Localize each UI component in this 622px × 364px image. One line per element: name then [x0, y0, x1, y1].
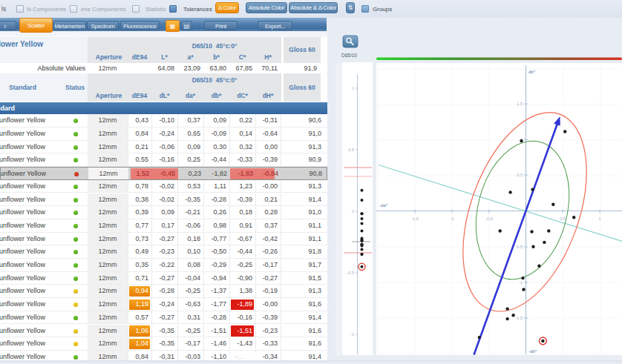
svg-text:1: 1 — [598, 216, 600, 221]
svg-text:-0.5: -0.5 — [347, 271, 354, 275]
svg-text:D65/10: D65/10 — [341, 53, 357, 58]
svg-text:-db*: -db* — [528, 349, 537, 354]
svg-text:-1: -1 — [451, 216, 454, 221]
svg-text:db*: db* — [528, 70, 536, 74]
svg-text:0.5: 0.5 — [348, 148, 354, 152]
svg-text:-1.5: -1.5 — [411, 216, 418, 221]
svg-text:0: 0 — [352, 209, 354, 214]
svg-text:0.5: 0.5 — [517, 173, 523, 177]
svg-text:-da*: -da* — [379, 203, 388, 208]
svg-text:-1: -1 — [350, 332, 354, 337]
svg-text:-0.5: -0.5 — [516, 245, 523, 249]
svg-text:-1.5: -1.5 — [516, 316, 523, 320]
svg-text:0.5: 0.5 — [560, 216, 566, 221]
svg-text:-0.5: -0.5 — [485, 216, 492, 221]
svg-text:1: 1 — [352, 86, 354, 90]
svg-text:-1: -1 — [519, 280, 523, 285]
svg-text:1.5: 1.5 — [517, 102, 523, 106]
